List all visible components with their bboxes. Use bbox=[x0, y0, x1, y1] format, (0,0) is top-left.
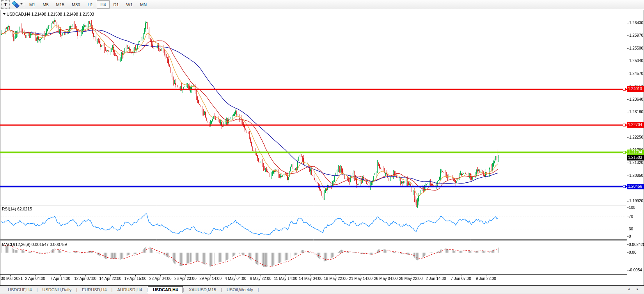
price-tick-label: 1.26430 bbox=[629, 21, 643, 25]
mt4-window: T M1M5M15M30H1H4D1W1MN USDCAD,H4 1.21498… bbox=[0, 0, 644, 294]
time-tick-label: 19 Apr 15:00 bbox=[124, 276, 147, 281]
price-tick-label: 1.23640 bbox=[629, 97, 643, 102]
time-tick-label: 28 May 22:00 bbox=[399, 276, 423, 281]
time-tick-label: 7 Jun 07:00 bbox=[451, 276, 471, 281]
time-tick-label: 18 May 22:00 bbox=[324, 276, 348, 281]
timeframe-button-d1[interactable]: D1 bbox=[110, 0, 122, 9]
time-tick-label: 22 Apr 04:00 bbox=[149, 276, 172, 281]
chart-tab-xauusd[interactable]: XAUUSD,M15 bbox=[184, 287, 221, 293]
arrows-tool-button[interactable] bbox=[11, 0, 23, 8]
timeframe-button-m30[interactable]: M30 bbox=[68, 0, 83, 9]
timeframe-button-h1[interactable]: H1 bbox=[84, 0, 96, 9]
chart-title: USDCAD,H4 1.21498 1.21508 1.21498 1.2150… bbox=[7, 12, 94, 16]
time-tick-label: 6 May 22:00 bbox=[250, 276, 271, 281]
chart-tab-eurusd[interactable]: EURUSD,H4 bbox=[77, 287, 112, 293]
rsi-axis-label: 30 bbox=[629, 227, 633, 232]
macd-indicator-label: MACD(12,26,9) 0.001547 0.000759 bbox=[2, 242, 67, 247]
top-toolbar: T M1M5M15M30H1H4D1W1MN bbox=[0, 0, 644, 9]
level-price-tag: 1.24013 bbox=[627, 86, 644, 92]
timeframe-button-m5[interactable]: M5 bbox=[39, 0, 52, 9]
price-tick-label: 1.19920 bbox=[629, 199, 643, 203]
time-tick-label: 30 Mar 2021 bbox=[1, 276, 23, 281]
timeframe-button-m1[interactable]: M1 bbox=[26, 0, 39, 9]
chart-tab-usoil[interactable]: USOil,Weekly bbox=[222, 287, 258, 293]
chart-tab-audusd[interactable]: AUDUSD,H4 bbox=[112, 287, 147, 293]
toolbar-separator bbox=[24, 1, 24, 8]
time-tick-label: 29 Apr 14:00 bbox=[199, 276, 222, 281]
level-price-tag: 1.20456 bbox=[627, 184, 644, 189]
time-tick-label: 26 May 04:00 bbox=[374, 276, 398, 281]
macd-axis-label: 0.00 bbox=[629, 250, 636, 255]
price-tick-label: 1.25970 bbox=[629, 33, 643, 38]
timeframe-button-h4[interactable]: H4 bbox=[97, 0, 109, 9]
tab-scroll-right-icon[interactable]: ▸ bbox=[637, 287, 642, 291]
rsi-axis-label: 100 bbox=[629, 205, 635, 210]
time-tick-label: 12 Apr 07:00 bbox=[74, 276, 96, 281]
price-tick-label: 1.22250 bbox=[629, 135, 643, 140]
chevron-down-icon[interactable] bbox=[20, 3, 23, 5]
timeframe-toolbar: M1M5M15M30H1H4D1W1MN bbox=[26, 0, 151, 9]
price-tick-label: 1.25040 bbox=[629, 59, 643, 63]
level-price-tag: 1.22704 bbox=[627, 122, 644, 128]
chart-tab-usdcnh[interactable]: USDCNH,Daily bbox=[38, 287, 76, 293]
chart-tab-bar: USDCHF,H4|USDCNH,Daily|EURUSD,H4|AUDUSD,… bbox=[0, 285, 644, 294]
rsi-axis-label: 70 bbox=[629, 214, 633, 219]
price-tick-label: 1.21320 bbox=[629, 160, 643, 165]
level-price-tag: 1.21704 bbox=[627, 150, 644, 155]
time-tick-label: 9 Jun 22:00 bbox=[476, 276, 496, 281]
tab-separator: | bbox=[258, 287, 259, 292]
price-tick-label: 1.20850 bbox=[629, 173, 643, 178]
time-tick-label: 7 Apr 14:00 bbox=[50, 276, 70, 281]
tab-scroll-left-icon[interactable]: ◂ bbox=[628, 287, 633, 291]
time-tick-label: 21 May 14:00 bbox=[349, 276, 373, 281]
rsi-indicator-label: RSI(14) 62.6215 bbox=[2, 207, 32, 211]
current-price-tag: 1.21503 bbox=[627, 155, 644, 160]
text-tool-button[interactable]: T bbox=[1, 0, 10, 9]
time-tick-label: 14 May 04:00 bbox=[299, 276, 323, 281]
time-tick-label: 2 Jun 14:00 bbox=[426, 276, 446, 281]
price-tick-label: 1.25500 bbox=[629, 46, 643, 51]
chart-collapse-icon[interactable] bbox=[3, 13, 6, 15]
timeframe-button-w1[interactable]: W1 bbox=[123, 0, 137, 9]
time-tick-label: 14 Apr 22:00 bbox=[99, 276, 121, 281]
chart-tab-usdcad[interactable]: USDCAD,H4 bbox=[148, 286, 183, 293]
time-tick-label: 4 May 04:00 bbox=[225, 276, 246, 281]
chart-canvas[interactable] bbox=[0, 0, 644, 294]
macd-axis-label: -0.0054 bbox=[629, 268, 642, 273]
macd-axis-label: 0.002429 bbox=[629, 242, 644, 247]
price-tick-label: 1.24570 bbox=[629, 71, 643, 76]
time-tick-label: 26 Apr 23:00 bbox=[174, 276, 197, 281]
chart-tab-usdchf[interactable]: USDCHF,H4 bbox=[3, 287, 37, 293]
price-tick-label: 1.23180 bbox=[629, 110, 643, 114]
timeframe-button-mn[interactable]: MN bbox=[137, 0, 150, 9]
rsi-axis-label: 0 bbox=[629, 234, 631, 239]
timeframe-button-m15[interactable]: M15 bbox=[53, 0, 68, 9]
time-tick-label: 2 Apr 04:00 bbox=[25, 276, 45, 281]
time-tick-label: 11 May 14:00 bbox=[274, 276, 297, 281]
